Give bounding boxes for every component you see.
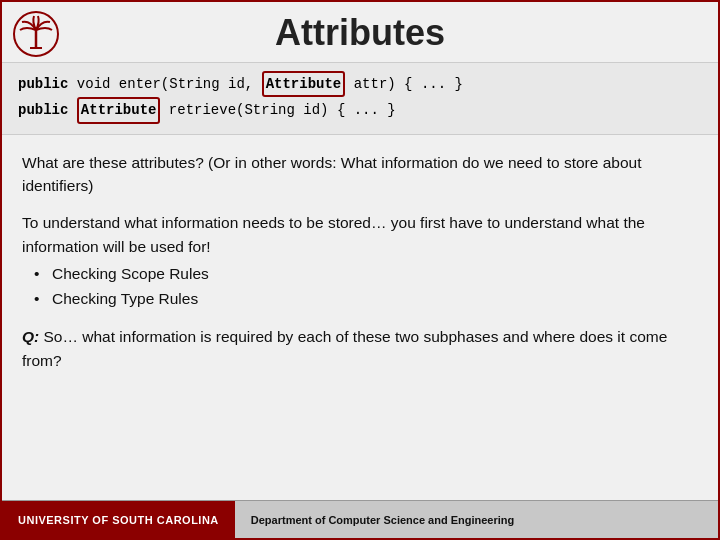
- keyword-public-1: public: [18, 73, 68, 95]
- paragraph-1: What are these attributes? (Or in other …: [22, 151, 698, 198]
- code-line1-pre: void enter(String id,: [68, 73, 261, 95]
- paragraph-3: Q: So… what information is required by e…: [22, 325, 698, 372]
- code-line-1: public void enter(String id, Attribute a…: [18, 71, 702, 97]
- logo: [10, 8, 62, 60]
- slide-content: What are these attributes? (Or in other …: [2, 135, 718, 500]
- code-line2-post: retrieve(String id) { ... }: [160, 99, 395, 121]
- code-line-2: public Attribute retrieve(String id) { .…: [18, 97, 702, 123]
- keyword-public-2: public: [18, 99, 68, 121]
- university-logo-icon: [12, 10, 60, 58]
- q-letter: Q:: [22, 328, 39, 345]
- paragraph-2-block: To understand what information needs to …: [22, 211, 698, 311]
- code-line1-post: attr) { ... }: [345, 73, 463, 95]
- slide-header: Attributes: [2, 2, 718, 63]
- bullet-item-1: Checking Scope Rules: [52, 262, 698, 287]
- code-space: [68, 99, 76, 121]
- slide-footer: UNIVERSITY OF SOUTH CAROLINA Department …: [2, 500, 718, 538]
- slide-title: Attributes: [22, 12, 698, 54]
- code-block: public void enter(String id, Attribute a…: [2, 63, 718, 135]
- bullet-list: Checking Scope Rules Checking Type Rules: [22, 262, 698, 312]
- footer-university-name: UNIVERSITY OF SOUTH CAROLINA: [2, 501, 235, 538]
- paragraph-3-rest: So… what information is required by each…: [22, 328, 667, 368]
- bullet-item-2: Checking Type Rules: [52, 287, 698, 312]
- slide: Attributes public void enter(String id, …: [0, 0, 720, 540]
- footer-department-name: Department of Computer Science and Engin…: [235, 501, 718, 538]
- code-line2-highlight: Attribute: [77, 97, 161, 123]
- paragraph-2: To understand what information needs to …: [22, 211, 698, 258]
- code-line1-highlight: Attribute: [262, 71, 346, 97]
